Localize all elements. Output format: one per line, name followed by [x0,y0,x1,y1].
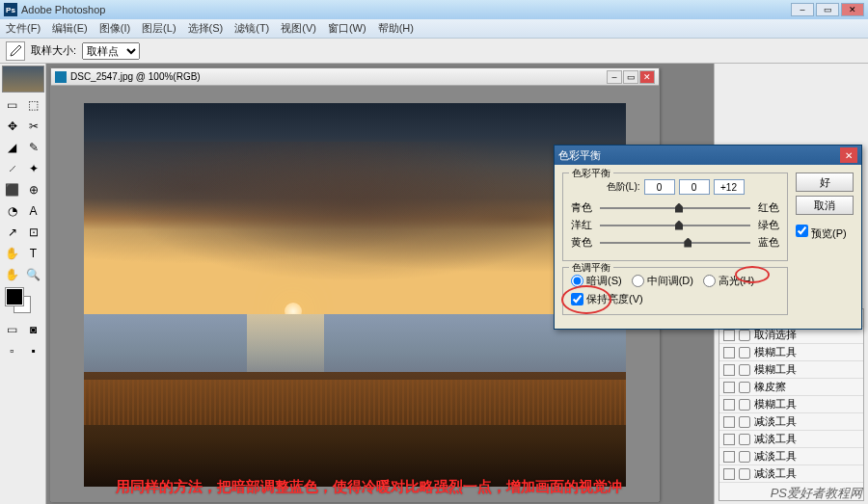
list-item[interactable]: 模糊工具 [719,344,863,361]
magenta-green-slider[interactable] [600,219,750,232]
levels-label: 色阶(L): [607,180,640,194]
list-item[interactable]: 模糊工具 [719,396,863,413]
zoom-tool[interactable]: 🔍 [23,264,43,284]
menu-bar: 文件(F) 编辑(E) 图像(I) 图层(L) 选择(S) 滤镜(T) 视图(V… [0,19,868,39]
eyedropper-icon[interactable] [6,41,25,61]
toolbox: ▭ ⬚ ✥ ✂ ◢ ✎ ⟋ ✦ ⬛ ⊕ ◔ A ↗ ⊡ ✋ T ✋ 🔍 ▭ ◙ … [0,64,46,504]
marquee-tool[interactable]: ▭ [2,94,22,115]
app-title: Adobe Photoshop [21,4,791,15]
foreground-color[interactable] [6,288,23,305]
hand-tool[interactable]: ✋ [2,264,22,284]
maximize-button[interactable]: ▭ [816,3,839,16]
quickmask-mode[interactable]: ◙ [23,319,43,339]
doc-close-button[interactable]: ✕ [639,70,655,84]
screen-mode-1[interactable]: ▫ [2,340,22,360]
list-item[interactable]: 减淡工具 [719,413,863,431]
level-cyan-input[interactable] [644,179,675,195]
menu-layer[interactable]: 图层(L) [142,21,176,36]
list-item[interactable]: 减淡工具 [719,448,863,465]
gradient-tool[interactable]: A [23,200,43,221]
color-swatches[interactable] [2,288,43,317]
photo-content [84,103,626,487]
menu-edit[interactable]: 编辑(E) [52,21,88,36]
document-icon [55,71,67,83]
midtones-radio[interactable]: 中间调(D) [632,274,693,288]
tone-balance-group: 色调平衡 暗调(S) 中间调(D) 高光(H) 保持亮度(V) [562,267,788,315]
magenta-label: 洋红 [571,218,596,232]
menu-select[interactable]: 选择(S) [188,21,224,36]
history-tool[interactable]: ⊕ [23,179,43,199]
green-label: 绿色 [754,218,779,232]
blur-tool[interactable]: ↗ [2,222,22,242]
preserve-luminosity-checkbox[interactable]: 保持亮度(V) [571,292,643,306]
screen-mode-2[interactable]: ▪ [23,340,43,360]
shadows-radio[interactable]: 暗调(S) [571,274,622,288]
level-magenta-input[interactable] [679,179,710,195]
standard-mode[interactable]: ▭ [2,319,22,339]
dodge-tool[interactable]: ⊡ [23,222,43,242]
cyan-label: 青色 [571,200,596,215]
lasso-tool[interactable]: ✥ [2,116,22,136]
tutorial-caption: 用同样的方法，把暗部调整蓝色，使得冷暖对比略强烈一点，增加画面的视觉冲 [116,478,622,496]
type-tool[interactable]: T [23,243,43,263]
eraser-tool[interactable]: ◔ [2,200,22,221]
menu-window[interactable]: 窗口(W) [328,21,366,36]
path-tool[interactable]: ✋ [2,243,22,263]
heal-tool[interactable]: ⟋ [2,158,22,178]
ok-button[interactable]: 好 [796,172,854,192]
wand-tool[interactable]: ✂ [23,116,43,136]
list-item[interactable]: 减淡工具 [719,431,863,448]
yellow-label: 黄色 [571,235,596,250]
menu-image[interactable]: 图像(I) [99,21,130,36]
list-item[interactable]: 模糊工具 [719,361,863,379]
dialog-title: 色彩平衡 [558,148,840,163]
menu-filter[interactable]: 滤镜(T) [234,21,269,36]
minimize-button[interactable]: – [791,3,814,16]
move-tool[interactable]: ⬚ [23,94,43,115]
navigator-thumb[interactable] [2,66,44,93]
crop-tool[interactable]: ◢ [2,137,22,157]
watermark: PS爱好者教程网 [771,485,862,502]
doc-minimize-button[interactable]: – [607,70,622,84]
dialog-close-button[interactable]: ✕ [840,147,857,163]
menu-file[interactable]: 文件(F) [6,21,41,36]
list-item[interactable]: 减淡工具 [719,465,863,483]
group-title: 色调平衡 [569,261,613,275]
options-bar: 取样大小: 取样点 [0,39,868,64]
cyan-red-slider[interactable] [600,201,750,215]
color-balance-dialog: 色彩平衡 ✕ 色彩平衡 色阶(L): 青色 红色 洋红 [554,145,862,330]
menu-view[interactable]: 视图(V) [281,21,316,36]
sample-size-select[interactable]: 取样点 [82,42,140,60]
level-yellow-input[interactable] [714,179,745,195]
group-title: 色彩平衡 [569,167,613,180]
highlights-radio[interactable]: 高光(H) [703,274,754,288]
slice-tool[interactable]: ✎ [23,137,43,157]
blue-label: 蓝色 [754,235,779,250]
close-button[interactable]: ✕ [841,3,864,16]
list-item[interactable]: 橡皮擦 [719,379,863,396]
history-panel: 矩形选框 取消选择 模糊工具 模糊工具 橡皮擦 模糊工具 减淡工具 减淡工具 减… [719,308,864,501]
sample-size-label: 取样大小: [31,43,76,58]
color-balance-group: 色彩平衡 色阶(L): 青色 红色 洋红 绿色 [562,172,788,261]
doc-maximize-button[interactable]: ▭ [623,70,638,84]
red-label: 红色 [754,200,779,215]
menu-help[interactable]: 帮助(H) [378,21,414,36]
app-icon: Ps [4,3,17,16]
document-title: DSC_2547.jpg @ 100%(RGB) [70,71,607,82]
stamp-tool[interactable]: ⬛ [2,179,22,199]
cancel-button[interactable]: 取消 [796,196,854,215]
preview-checkbox[interactable]: 预览(P) [796,225,854,241]
yellow-blue-slider[interactable] [600,236,750,250]
brush-tool[interactable]: ✦ [23,158,43,178]
